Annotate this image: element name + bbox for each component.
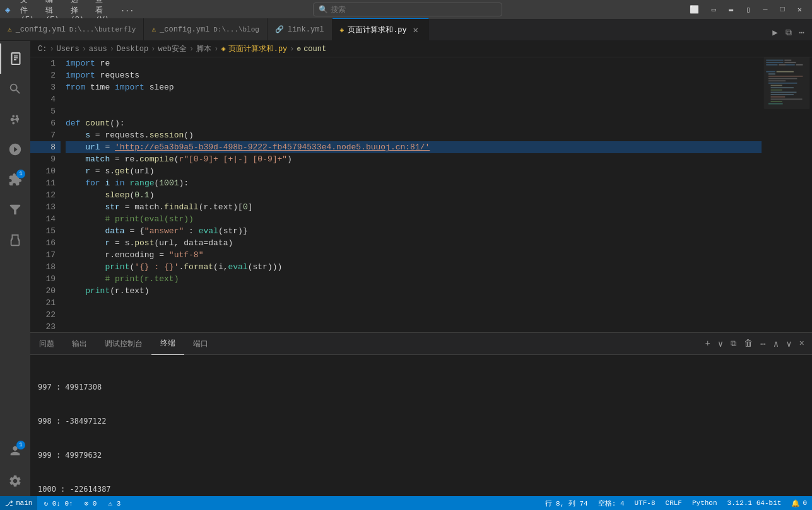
status-git-sync[interactable]: ↻ 0↓ 0↑ — [38, 496, 78, 510]
activity-explorer[interactable] — [0, 43, 30, 74]
git-sync-label: ↻ 0↓ 0↑ — [44, 499, 73, 507]
code-line-7: s = requests.session() — [66, 129, 762, 141]
git-branch-label: main — [16, 499, 32, 507]
code-editor[interactable]: 1 2 3 4 5 6 7 8 9 10 11 12 13 14 15 16 1… — [30, 57, 812, 332]
panel-tab-output[interactable]: 输出 — [63, 333, 96, 355]
code-line-3: from time import sleep — [66, 81, 762, 93]
code-line-9: match = re.compile(r"[0-9]+ [+|-] [0-9]+… — [66, 153, 762, 165]
activity-flask[interactable] — [0, 225, 30, 255]
breadcrumb-func[interactable]: count — [303, 45, 326, 54]
terminal-line-1: 997 : 49917308 — [38, 381, 804, 393]
panel-area: 问题 输出 调试控制台 终端 端口 + ∨ ⧉ 🗑 ⋯ ∧ ∨ × 99 — [30, 332, 812, 496]
code-line-5 — [66, 105, 762, 117]
breadcrumb-web[interactable]: web安全 — [158, 43, 187, 54]
status-notifications[interactable]: 🔔 0 — [786, 496, 812, 510]
breadcrumb-asus[interactable]: asus — [89, 45, 107, 54]
status-errors[interactable]: ⊗ 0 — [79, 496, 102, 510]
terminal-output: 997 : 49917308 998 : -38497122 999 : 499… — [38, 359, 804, 496]
activity-run[interactable] — [0, 134, 30, 165]
split-editor-icon[interactable]: ⧉ — [783, 25, 794, 40]
layout-panel-icon[interactable]: ▬ — [724, 3, 738, 16]
encoding-label: UTF-8 — [635, 499, 656, 507]
terminal-line-4: 1000 : -22614387 — [38, 484, 804, 495]
code-line-17: r.encoding = "utf-8" — [66, 249, 762, 261]
breadcrumb-script[interactable]: 脚本 — [196, 43, 211, 54]
minimize-button[interactable]: — — [758, 3, 772, 16]
terminal-more-icon[interactable]: ⋯ — [758, 336, 768, 352]
search-input[interactable] — [331, 5, 497, 14]
status-warnings[interactable]: ⚠ 3 — [103, 496, 126, 510]
panel-tab-problems[interactable]: 问题 — [30, 333, 63, 355]
maximize-button[interactable]: □ — [775, 3, 790, 16]
layout-split-icon[interactable]: ▭ — [707, 3, 721, 17]
tab-active-icon: ◈ — [340, 26, 344, 34]
activity-test[interactable] — [0, 195, 30, 225]
tab-page-calc[interactable]: ◈ 页面计算求和.py ✕ — [332, 18, 429, 40]
code-line-11: for i in range(1001): — [66, 177, 762, 189]
status-line-col[interactable]: 行 8, 列 74 — [540, 496, 593, 510]
editor-area: C: › Users › asus › Desktop › web安全 › 脚本… — [30, 41, 812, 496]
activity-settings[interactable] — [0, 466, 30, 496]
errors-label: ⊗ 0 — [85, 499, 97, 507]
status-spaces[interactable]: 空格: 4 — [593, 496, 630, 510]
spaces-label: 空格: 4 — [598, 499, 625, 508]
status-right: 行 8, 列 74 空格: 4 UTF-8 CRLF Python 3.12.1… — [540, 496, 813, 510]
panel-tab-debug[interactable]: 调试控制台 — [96, 333, 151, 355]
account-badge: 1 — [16, 441, 25, 449]
line-numbers: 1 2 3 4 5 6 7 8 9 10 11 12 13 14 15 16 1… — [30, 57, 61, 332]
code-line-19: # print(r.text) — [66, 273, 762, 285]
panel-chevron-down-icon[interactable]: ∨ — [784, 336, 794, 352]
python-version-label: 3.12.1 64-bit — [727, 499, 782, 507]
panel-content[interactable]: 997 : 49917308 998 : -38497122 999 : 499… — [30, 355, 812, 496]
tab-label: _config.yml — [16, 25, 66, 34]
breadcrumb-c[interactable]: C: — [38, 45, 47, 54]
terminal-add-icon[interactable]: + — [702, 336, 712, 351]
tab-bar: ⚠ _config.yml D:\...\butterfly ⚠ _config… — [0, 19, 812, 41]
search-box[interactable]: 🔍 — [313, 3, 502, 16]
code-line-8: url = 'http://e5a3b9a5-b39d-498b-9222-fb… — [66, 141, 762, 153]
activity-account[interactable]: 1 — [0, 436, 30, 466]
breadcrumb-desktop[interactable]: Desktop — [117, 45, 148, 54]
panel-tabs: 问题 输出 调试控制台 终端 端口 + ∨ ⧉ 🗑 ⋯ ∧ ∨ × — [30, 333, 812, 355]
status-python-version[interactable]: 3.12.1 64-bit — [722, 496, 787, 510]
layout-sidebar-icon[interactable]: ▯ — [741, 3, 755, 17]
more-actions-icon[interactable]: ⋯ — [797, 25, 807, 40]
code-line-21 — [66, 297, 762, 309]
status-line-ending[interactable]: CRLF — [661, 496, 687, 510]
panel-tab-actions: + ∨ ⧉ 🗑 ⋯ ∧ ∨ × — [697, 336, 812, 352]
title-bar-center: 🔍 — [131, 3, 685, 16]
panel-tab-terminal[interactable]: 终端 — [151, 333, 184, 355]
tab-config-butterfly[interactable]: ⚠ _config.yml D:\...\butterfly — [0, 18, 144, 40]
terminal-chevron-icon[interactable]: ∨ — [715, 336, 726, 352]
panel-close-icon[interactable]: × — [797, 336, 807, 351]
status-git-branch[interactable]: ⎇ main — [0, 496, 37, 510]
status-encoding[interactable]: UTF-8 — [630, 496, 661, 510]
svg-rect-25 — [764, 57, 810, 109]
activity-extensions[interactable]: 1 — [0, 165, 30, 195]
layout-icon[interactable]: ⬜ — [685, 3, 704, 17]
code-line-22 — [66, 309, 762, 321]
tab-bar-actions: ▶ ⧉ ⋯ — [765, 25, 812, 40]
tab-link-yml[interactable]: 🔗 link.yml — [268, 18, 332, 40]
terminal-trash-icon[interactable]: 🗑 — [741, 336, 755, 351]
code-line-20: print(r.text) — [66, 285, 762, 297]
terminal-split-icon[interactable]: ⧉ — [728, 337, 739, 351]
minimap — [762, 57, 812, 332]
panel-chevron-up-icon[interactable]: ∧ — [771, 336, 781, 352]
code-line-18: print('{} : {}'.format(i,eval(str))) — [66, 261, 762, 273]
tab-close-button[interactable]: ✕ — [411, 25, 421, 35]
run-icon[interactable]: ▶ — [770, 25, 780, 40]
activity-search[interactable] — [0, 74, 30, 104]
activity-bottom: 1 — [0, 436, 30, 496]
breadcrumb-users[interactable]: Users — [57, 45, 79, 54]
code-line-2: import requests — [66, 69, 762, 81]
tab-label: _config.yml — [160, 25, 209, 34]
breadcrumb-file[interactable]: 页面计算求和.py — [228, 43, 288, 54]
close-button[interactable]: ✕ — [792, 3, 807, 17]
terminal-line-3: 999 : 49979632 — [38, 449, 804, 461]
activity-source-control[interactable] — [0, 104, 30, 134]
git-branch-icon: ⎇ — [5, 499, 13, 507]
panel-tab-ports[interactable]: 端口 — [184, 333, 217, 355]
tab-config-blog[interactable]: ⚠ _config.yml D:\...\blog — [144, 18, 267, 40]
status-language[interactable]: Python — [687, 496, 722, 510]
